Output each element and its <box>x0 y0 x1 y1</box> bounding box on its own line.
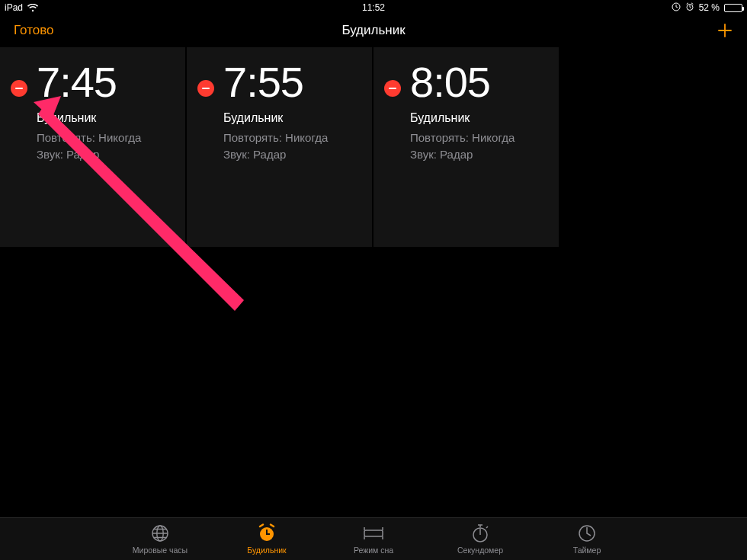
tab-label: Секундомер <box>457 546 503 555</box>
battery-icon <box>724 4 742 12</box>
tab-world-clock[interactable]: Мировые часы <box>126 523 194 555</box>
alarm-repeat: Повторять: Никогда <box>223 130 358 146</box>
rotation-lock-icon <box>672 2 681 14</box>
alarm-repeat: Повторять: Никогда <box>410 130 545 146</box>
tab-alarm[interactable]: Будильник <box>232 523 301 555</box>
tab-timer[interactable]: Таймер <box>553 523 621 555</box>
alarm-sound: Звук: Радар <box>37 146 172 163</box>
tab-label: Режим сна <box>354 546 393 555</box>
done-button[interactable]: Готово <box>14 23 54 38</box>
page-title: Будильник <box>341 23 405 38</box>
status-left: iPad <box>5 2 38 13</box>
globe-icon <box>151 523 169 543</box>
alarm-label: Будильник <box>37 111 172 125</box>
tab-bar: Мировые часы Будильник Режим сна Секундо… <box>0 517 747 560</box>
status-time: 11:52 <box>362 2 385 13</box>
alarm-card[interactable]: 7:45 Будильник Повторять: Никогда Звук: … <box>0 47 185 247</box>
alarm-status-icon <box>685 2 694 14</box>
alarm-label: Будильник <box>223 111 358 125</box>
tab-bedtime[interactable]: Режим сна <box>339 523 408 555</box>
tab-stopwatch[interactable]: Секундомер <box>446 523 515 555</box>
tab-label: Будильник <box>247 546 286 555</box>
delete-alarm-button[interactable] <box>11 80 27 97</box>
alarm-sound: Звук: Радар <box>223 146 358 163</box>
tab-label: Таймер <box>573 546 601 555</box>
device-label: iPad <box>5 2 23 13</box>
alarm-label: Будильник <box>410 111 545 125</box>
add-alarm-button[interactable] <box>717 22 733 39</box>
nav-bar: Готово Будильник <box>0 15 747 46</box>
bed-icon <box>363 523 384 543</box>
svg-rect-8 <box>266 533 270 535</box>
alarm-card[interactable]: 7:55 Будильник Повторять: Никогда Звук: … <box>187 47 372 247</box>
delete-alarm-button[interactable] <box>384 80 401 97</box>
delete-alarm-button[interactable] <box>197 80 214 97</box>
alarm-card[interactable]: 8:05 Будильник Повторять: Никогда Звук: … <box>374 47 559 247</box>
wifi-icon <box>27 4 38 12</box>
battery-percent: 52 % <box>699 2 720 13</box>
status-bar: iPad 11:52 52 % <box>0 0 747 15</box>
alarms-grid: 7:45 Будильник Повторять: Никогда Звук: … <box>0 47 747 247</box>
status-right: 52 % <box>672 2 742 14</box>
stopwatch-icon <box>471 523 489 543</box>
timer-icon <box>578 523 596 543</box>
tab-label: Мировые часы <box>133 546 188 555</box>
alarm-time: 7:45 <box>37 61 117 104</box>
alarm-sound: Звук: Радар <box>410 146 545 163</box>
alarm-clock-icon <box>257 523 277 543</box>
alarm-time: 7:55 <box>223 61 303 104</box>
alarm-time: 8:05 <box>410 61 490 104</box>
svg-rect-9 <box>364 530 383 536</box>
alarm-repeat: Повторять: Никогда <box>37 130 172 146</box>
